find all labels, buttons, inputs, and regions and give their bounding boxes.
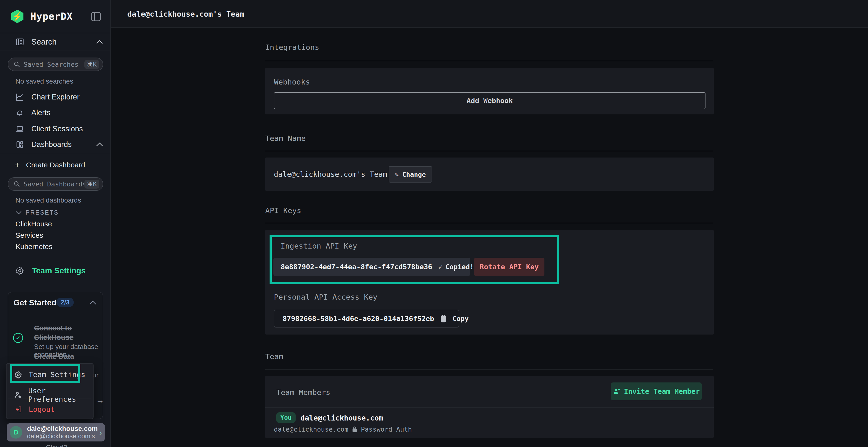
change-team-name-button[interactable]: ✎ Change [389,166,432,182]
section-divider [265,223,713,223]
personal-key-chip[interactable]: 87982668-58b1-4d6e-a620-014a136f52eb Cop… [274,310,459,328]
invite-label: Invite Team Member [624,387,700,396]
section-title-integrations: Integrations [265,43,319,51]
copy-label: Copy [453,315,469,323]
add-webhook-label: Add Webhook [467,97,513,105]
sidebar-item-dashboards[interactable]: Dashboards [15,140,103,149]
you-badge: You [276,412,296,423]
preset-services[interactable]: Services [16,231,43,239]
brand-name: HyperDX [30,11,73,22]
no-saved-dashboards-text: No saved dashboards [16,197,81,204]
menu-label: Logout [29,405,55,414]
user-team-name: dale@clickhouse.com's [27,433,99,440]
team-settings-label: Team Settings [32,266,86,275]
menu-label: User Preferences [28,386,93,403]
task-title-line: ClickHouse [34,333,101,342]
no-saved-searches-text: No saved searches [16,77,73,85]
invite-team-member-button[interactable]: Invite Team Member [611,382,702,400]
chevron-up-icon[interactable] [96,142,103,147]
task-desc-line: Set up your database [34,343,101,351]
section-title-api-keys: API Keys [265,206,301,215]
avatar-initial: D [13,428,18,436]
chevron-up-icon[interactable] [96,40,103,44]
alerts-bell-icon [15,108,25,117]
annotation-box-team-settings [10,364,80,383]
team-name-value: dale@clickhouse.com's Team [274,170,387,178]
menu-item-logout[interactable]: Logout [14,405,55,414]
member-email: dale@clickhouse.com [274,425,348,433]
clipboard-icon [440,314,447,323]
sidebar: ⚡ HyperDX Search Saved Searches ⌘K No sa… [0,0,111,447]
presets-label: PRESETS [26,209,59,216]
saved-dashboards-placeholder: Saved Dashboards [24,180,84,188]
nav-label: Dashboards [31,140,72,149]
logout-icon [14,406,23,413]
gear-icon [15,266,25,275]
team-name-card: dale@clickhouse.com's Team ✎ Change [265,158,714,191]
page-title: dale@clickhouse.com's Team [127,10,244,18]
invite-user-icon [613,388,620,395]
section-divider [265,369,713,370]
preset-clickhouse[interactable]: ClickHouse [16,220,52,228]
user-email: dale@clickhouse.com [27,425,99,433]
card-divider [265,407,714,408]
dashboards-grid-icon [15,140,25,149]
logo-row: ⚡ HyperDX [0,0,111,33]
nav-label: Client Sessions [31,125,83,133]
avatar: D [10,426,22,439]
menu-item-user-preferences[interactable]: User Preferences [14,386,93,403]
task-title-line: Connect to [34,323,101,333]
add-webhook-button[interactable]: Add Webhook [274,92,706,109]
sidebar-item-chart-explorer[interactable]: Chart Explorer [15,93,103,102]
member-auth-type: Password Auth [361,425,412,433]
shortcut-badge: ⌘K [84,180,99,188]
check-circle-icon: ✓ [13,333,23,343]
arrow-right-icon[interactable]: → [96,396,104,405]
team-members-label: Team Members [276,388,330,397]
user-gear-icon [14,391,22,399]
search-icon [13,181,20,187]
lock-icon [352,426,358,433]
divider [0,153,111,154]
plus-icon: + [15,160,20,170]
sidebar-item-team-settings[interactable]: Team Settings [15,266,86,275]
sidebar-item-alerts[interactable]: Alerts [15,108,103,117]
check-icon: ✓ [16,335,21,341]
annotation-box-ingestion-key [270,235,559,284]
client-sessions-laptop-icon [15,124,25,133]
section-divider [265,151,713,151]
presets-toggle[interactable]: PRESETS [16,209,59,216]
nav-label: Chart Explorer [31,93,80,101]
pencil-icon: ✎ [395,171,399,178]
section-title-team: Team [265,352,283,361]
collapse-sidebar-icon[interactable] [91,12,101,21]
user-account-chip[interactable]: D dale@clickhouse.com dale@clickhouse.co… [7,423,105,442]
sidebar-item-client-sessions[interactable]: Client Sessions [15,124,103,133]
chevron-down-icon [16,211,22,215]
sidebar-section-search[interactable]: Search [15,37,103,46]
get-started-title: Get Started [13,298,56,307]
nav-label: Alerts [31,108,51,117]
menu-divider [8,399,91,399]
get-started-progress-badge: 2/3 [56,298,74,307]
saved-dashboards-input[interactable]: Saved Dashboards ⌘K [8,177,103,191]
clipped-bottom-text: Cloud? [46,444,67,447]
search-panel-icon [15,37,25,46]
preset-kubernetes[interactable]: Kubernetes [16,243,52,251]
chevron-right-icon: › [99,428,102,437]
shortcut-badge: ⌘K [84,60,99,69]
saved-searches-input[interactable]: Saved Searches ⌘K [8,58,103,71]
change-label: Change [402,171,426,178]
chevron-up-icon[interactable] [89,301,96,305]
chart-explorer-icon [15,93,25,102]
member-detail-row: dale@clickhouse.com Password Auth [274,425,412,433]
member-name: dale@clickhouse.com [301,414,383,422]
divider [0,50,111,51]
search-icon [13,61,20,68]
app-window: ⚡ HyperDX Search Saved Searches ⌘K No sa… [0,0,868,447]
personal-key-label: Personal API Access Key [274,293,377,301]
personal-key-value: 87982668-58b1-4d6e-a620-014a136f52eb [283,314,434,323]
create-dashboard-button[interactable]: + Create Dashboard [15,160,103,170]
search-section-label: Search [31,37,57,46]
create-dashboard-label: Create Dashboard [26,161,85,169]
